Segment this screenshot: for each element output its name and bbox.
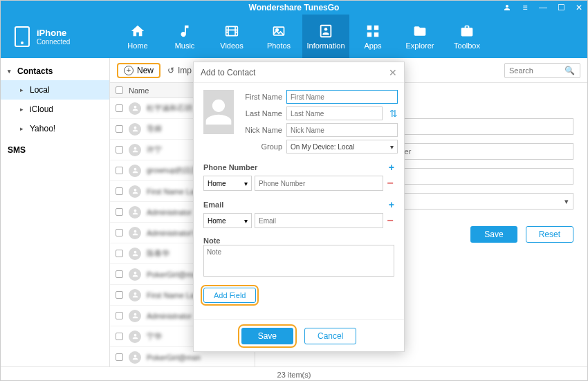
- search-box[interactable]: 🔍: [504, 63, 580, 78]
- row-checkbox[interactable]: [116, 229, 123, 236]
- import-button[interactable]: ↺ Imp: [167, 66, 192, 75]
- svg-rect-3: [321, 25, 331, 37]
- user-icon[interactable]: [503, 3, 511, 12]
- maximize-icon[interactable]: ☐: [557, 3, 565, 12]
- nav-explorer[interactable]: Explorer: [396, 15, 443, 58]
- chevron-down-icon: ▾: [8, 68, 13, 75]
- music-icon: [176, 24, 194, 39]
- group-select[interactable]: On My Device: Local▾: [286, 140, 398, 154]
- row-name: Administrator: [147, 208, 192, 216]
- row-checkbox[interactable]: [116, 291, 123, 299]
- close-icon[interactable]: ✕: [575, 3, 583, 12]
- nav-music[interactable]: Music: [161, 15, 208, 58]
- avatar-icon: [129, 102, 141, 115]
- remove-email-button[interactable]: −: [386, 214, 394, 227]
- avatar-icon: [129, 310, 141, 322]
- row-name: 杜宇涵和石玥: [147, 103, 192, 113]
- nav-home[interactable]: Home: [114, 15, 161, 58]
- nav-toolbox[interactable]: Toolbox: [443, 15, 490, 58]
- chevron-down-icon: ▾: [564, 197, 569, 206]
- swap-icon[interactable]: ⇅: [389, 108, 398, 119]
- row-name: 导师: [147, 124, 162, 134]
- label-nickname: Nick Name: [242, 126, 282, 134]
- row-checkbox[interactable]: [116, 104, 123, 112]
- row-checkbox[interactable]: [116, 312, 123, 319]
- label-firstname: First Name: [242, 93, 282, 101]
- sidebar-item-icloud[interactable]: ▸iCloud: [1, 100, 109, 119]
- sidebar-item-yahoo[interactable]: ▸Yahoo!: [1, 119, 109, 138]
- row-checkbox[interactable]: [116, 167, 123, 174]
- chevron-down-icon: ▾: [390, 143, 394, 151]
- row-checkbox[interactable]: [116, 208, 123, 216]
- add-email-button[interactable]: +: [389, 199, 394, 210]
- avatar-icon: [129, 248, 141, 260]
- qc-reset-button[interactable]: Reset: [526, 226, 573, 243]
- nav-apps[interactable]: Apps: [349, 15, 396, 58]
- row-checkbox[interactable]: [116, 146, 123, 154]
- avatar-icon: [129, 227, 141, 239]
- nav-videos[interactable]: Videos: [208, 15, 255, 58]
- avatar-placeholder[interactable]: [203, 90, 234, 134]
- row-checkbox[interactable]: [116, 125, 123, 133]
- minimize-icon[interactable]: —: [539, 3, 547, 12]
- row-checkbox[interactable]: [116, 333, 123, 340]
- email-type-select[interactable]: Home▾: [203, 213, 252, 228]
- modal-close-button[interactable]: ✕: [389, 67, 397, 78]
- sidebar-contacts-heading[interactable]: ▾Contacts: [1, 62, 109, 80]
- plus-icon: +: [124, 66, 134, 75]
- label-group: Group: [242, 142, 282, 151]
- search-input[interactable]: [509, 66, 564, 75]
- sidebar-item-local[interactable]: ▸Local: [1, 80, 109, 100]
- svg-rect-0: [226, 26, 238, 35]
- avatar-icon: [129, 165, 141, 177]
- window-controls: ≡ — ☐ ✕: [503, 3, 583, 12]
- new-button[interactable]: + New: [117, 63, 160, 78]
- row-checkbox[interactable]: [116, 353, 123, 361]
- phone-type-select[interactable]: Home▾: [203, 176, 252, 191]
- label-lastname: Last Name: [242, 109, 282, 118]
- qc-save-button[interactable]: Save: [470, 226, 517, 243]
- modal-cancel-button[interactable]: Cancel: [304, 328, 356, 344]
- row-checkbox[interactable]: [116, 250, 123, 257]
- avatar-icon: [129, 351, 141, 364]
- firstname-input[interactable]: [286, 90, 398, 104]
- nickname-input[interactable]: [286, 123, 398, 137]
- svg-rect-8: [374, 32, 378, 36]
- select-all-checkbox[interactable]: [116, 86, 123, 94]
- row-checkbox[interactable]: [116, 187, 123, 195]
- titlebar: Wondershare TunesGo ≡ — ☐ ✕: [1, 1, 587, 15]
- row-name: Administrator's: [147, 229, 196, 237]
- modal-title: Add to Contact: [201, 68, 255, 77]
- phone-input[interactable]: [255, 176, 383, 191]
- device-box[interactable]: iPhone Connected: [1, 26, 110, 47]
- videos-icon: [223, 24, 241, 39]
- note-textarea[interactable]: [203, 245, 394, 277]
- add-contact-modal: Add to Contact ✕ First Name Last Name⇅ N…: [193, 62, 405, 352]
- chevron-down-icon: ▾: [244, 217, 248, 225]
- nav-photos[interactable]: Photos: [255, 15, 302, 58]
- explorer-icon: [411, 24, 429, 39]
- device-name: iPhone: [37, 28, 70, 38]
- email-input[interactable]: [255, 213, 383, 228]
- column-name: Name: [129, 86, 149, 95]
- chevron-right-icon: ▸: [20, 125, 26, 132]
- section-note: Note: [203, 236, 220, 245]
- nav-information[interactable]: Information: [302, 15, 349, 58]
- app-title: Wondershare TunesGo: [249, 3, 340, 12]
- sidebar-sms-heading[interactable]: SMS: [1, 141, 109, 159]
- add-field-button[interactable]: Add Field: [203, 288, 256, 303]
- svg-rect-5: [367, 25, 371, 29]
- row-name: PokerGirl@msn: [147, 353, 201, 362]
- row-name: 宁华: [147, 331, 162, 342]
- avatar-icon: [129, 185, 141, 198]
- row-name: First Name Last: [147, 291, 201, 299]
- lastname-input[interactable]: [286, 106, 383, 120]
- svg-rect-7: [367, 32, 371, 36]
- menu-icon[interactable]: ≡: [521, 3, 529, 12]
- remove-phone-button[interactable]: −: [386, 177, 394, 189]
- chevron-down-icon: ▾: [244, 180, 248, 187]
- section-email: Email: [203, 201, 223, 209]
- row-checkbox[interactable]: [116, 270, 123, 278]
- modal-save-button[interactable]: Save: [241, 328, 293, 344]
- add-phone-button[interactable]: +: [389, 162, 394, 173]
